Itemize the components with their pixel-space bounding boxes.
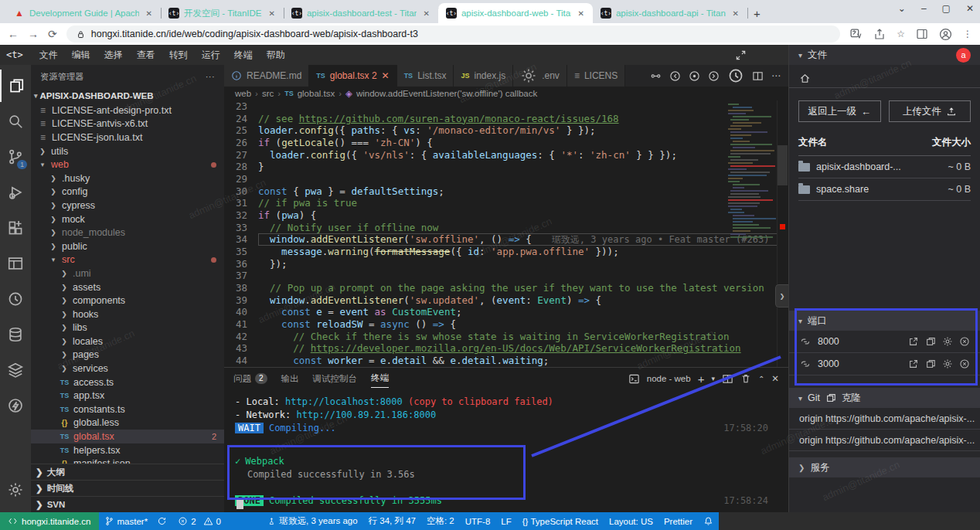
browser-tab[interactable]: ‹t›apisix-dashboard-api - TitanID✕ bbox=[593, 3, 747, 23]
code-line[interactable]: 44 const worker = e.detail && e.detail.w… bbox=[224, 355, 788, 367]
reload-icon[interactable]: ⟳ bbox=[48, 28, 57, 40]
menu-item[interactable]: 查看 bbox=[130, 47, 162, 63]
code-line[interactable]: 40 const e = event as CustomEvent; bbox=[224, 306, 788, 318]
tab-close-icon[interactable]: ✕ bbox=[576, 8, 587, 19]
browser-tab[interactable]: ▲Development Guide | Apache✕ bbox=[6, 3, 161, 23]
tree-folder[interactable]: ❯node_modules bbox=[31, 226, 224, 240]
tree-file[interactable]: TShelpers.tsx bbox=[31, 443, 224, 457]
menu-item[interactable]: 编辑 bbox=[65, 47, 97, 63]
activity-preview[interactable] bbox=[0, 247, 31, 280]
browser-tab[interactable]: ‹t›apisix-dashboard-test - TitanID✕ bbox=[284, 3, 438, 23]
code-line[interactable]: 30const { pwa } = defaultSettings; bbox=[224, 185, 788, 198]
new-tab-button[interactable]: + bbox=[754, 7, 761, 20]
editor-tab[interactable]: .env bbox=[513, 65, 567, 87]
editor-scrollbar[interactable] bbox=[777, 100, 788, 367]
tree-folder[interactable]: ❯.husky bbox=[31, 172, 224, 185]
problems-status[interactable]: 20 bbox=[172, 512, 226, 530]
code-line[interactable]: 35 message.warning(formatMessage({ id: '… bbox=[224, 246, 788, 258]
tab-close-icon[interactable]: ✕ bbox=[267, 8, 277, 19]
fullscreen-icon[interactable] bbox=[735, 49, 747, 61]
go-up-button[interactable]: 返回上一级← bbox=[798, 100, 881, 122]
tree-folder[interactable]: ❯components bbox=[31, 294, 224, 307]
tree-file[interactable]: TSglobal.tsx2 bbox=[31, 430, 224, 443]
browser-tab[interactable]: ‹t›apisix-dashboard-web - TitanI✕ bbox=[438, 3, 593, 23]
back-icon[interactable]: ← bbox=[8, 28, 19, 40]
external-icon[interactable] bbox=[908, 358, 919, 369]
activity-layers[interactable] bbox=[0, 354, 31, 386]
terminal-tab-调试控制台[interactable]: 调试控制台 bbox=[313, 369, 358, 388]
tree-file[interactable]: {}manifest.json bbox=[31, 457, 224, 464]
menu-item[interactable]: 转到 bbox=[162, 47, 195, 63]
menu-item[interactable]: 帮助 bbox=[260, 47, 292, 63]
editor-tab[interactable]: README.md bbox=[224, 65, 309, 87]
minimize-icon[interactable]: – bbox=[921, 3, 927, 14]
close-port-icon[interactable] bbox=[959, 336, 970, 347]
tree-folder[interactable]: ❯.umi bbox=[31, 267, 224, 280]
activity-debug[interactable] bbox=[0, 176, 31, 209]
code-line[interactable]: 27 loader.config({ 'vs/nls': { available… bbox=[224, 149, 788, 161]
gear-icon[interactable] bbox=[942, 358, 953, 369]
translate-icon[interactable] bbox=[849, 28, 863, 41]
tree-folder[interactable]: ❯services bbox=[31, 362, 224, 375]
maximize-icon[interactable]: ▢ bbox=[942, 3, 951, 14]
tree-folder[interactable]: ❯libs bbox=[31, 321, 224, 335]
sidepanel-icon[interactable] bbox=[916, 28, 928, 40]
tree-file[interactable]: TSaccess.ts bbox=[31, 375, 224, 389]
window-controls[interactable]: ⌄ – ▢ ✕ bbox=[898, 3, 974, 14]
terminal-output[interactable]: - Local: http://localhost:8000 (copy to … bbox=[224, 389, 788, 512]
code-line[interactable]: 38 // Pop up a prompt on the page asking… bbox=[224, 282, 788, 294]
external-icon[interactable] bbox=[908, 336, 919, 347]
file-row[interactable]: space.share~ 0 B bbox=[798, 178, 971, 201]
kill-terminal-icon[interactable] bbox=[740, 373, 751, 384]
tab-close-icon[interactable]: ✕ bbox=[144, 8, 155, 19]
encoding-status[interactable]: UTF-8 bbox=[460, 512, 496, 530]
share-icon[interactable] bbox=[873, 28, 886, 40]
tab-close-icon[interactable]: ✕ bbox=[382, 70, 390, 81]
file-row[interactable]: apisix-dashboard-...~ 0 B bbox=[798, 156, 971, 178]
chevron-down-icon[interactable]: ⌄ bbox=[898, 3, 906, 14]
port-row[interactable]: 3000 bbox=[789, 353, 980, 375]
circ-icon[interactable] bbox=[689, 70, 700, 82]
code-editor[interactable]: 2324// see https://github.com/suren-atoy… bbox=[224, 100, 788, 367]
tab-close-icon[interactable]: ✕ bbox=[730, 8, 741, 19]
history-icon[interactable] bbox=[727, 67, 744, 84]
account-badge[interactable]: a bbox=[956, 48, 971, 63]
editor-tab[interactable]: TSList.tsx bbox=[397, 65, 454, 87]
upload-file-button[interactable]: 上传文件 bbox=[889, 100, 971, 122]
activity-database[interactable] bbox=[0, 318, 31, 351]
forward-icon[interactable]: → bbox=[28, 28, 39, 40]
services-panel-header[interactable]: ❯服务 bbox=[789, 457, 980, 477]
shell-name[interactable]: node - web bbox=[647, 374, 691, 383]
bell-icon[interactable] bbox=[698, 512, 719, 530]
code-line[interactable]: 42 // Check if there is sw whose state i… bbox=[224, 331, 788, 343]
tree-folder[interactable]: ❯mock bbox=[31, 212, 224, 226]
editor-tab[interactable]: ≡LICENS bbox=[567, 65, 625, 87]
close-icon[interactable]: ✕ bbox=[966, 3, 974, 14]
git-remote-row[interactable]: origin https://github.com/apache/apisix-… bbox=[789, 408, 980, 430]
tree-file[interactable]: ≡LICENSE-antvis-x6.txt bbox=[31, 117, 224, 131]
minimap[interactable] bbox=[728, 104, 776, 335]
port-row[interactable]: 8000 bbox=[789, 331, 980, 353]
code-line[interactable]: 25loader.config({ paths: { vs: '/monaco-… bbox=[224, 124, 788, 137]
compare-icon[interactable] bbox=[650, 70, 662, 82]
menu-item[interactable]: 选择 bbox=[97, 47, 130, 63]
terminal-tab-问题[interactable]: 问题2 bbox=[233, 369, 267, 388]
tree-folder[interactable]: ❯hooks bbox=[31, 307, 224, 321]
cursor-position[interactable]: 行 34, 列 47 bbox=[363, 512, 421, 530]
copy-icon[interactable] bbox=[925, 336, 936, 347]
formatter-status[interactable]: Prettier bbox=[658, 512, 698, 530]
indent-status[interactable]: 空格: 2 bbox=[421, 512, 460, 530]
eol-status[interactable]: LF bbox=[495, 512, 516, 530]
blame-status[interactable]: 琚致远, 3 years ago bbox=[262, 512, 363, 530]
tree-folder[interactable]: ❯locales bbox=[31, 335, 224, 348]
activity-files[interactable] bbox=[0, 70, 31, 102]
breadcrumb-item[interactable]: src bbox=[262, 89, 274, 98]
code-line[interactable]: 29 bbox=[224, 173, 788, 185]
git-panel-header[interactable]: ▾Git 克隆 bbox=[789, 388, 980, 408]
code-line[interactable]: 28} bbox=[224, 161, 788, 173]
explorer-section-时间线[interactable]: ❯时间线 bbox=[31, 480, 224, 496]
close-panel-icon[interactable]: ✕ bbox=[771, 373, 779, 384]
circL-icon[interactable] bbox=[669, 70, 681, 82]
explorer-section-SVN[interactable]: ❯SVN bbox=[31, 496, 224, 512]
ports-panel-header[interactable]: ▾端口 bbox=[789, 311, 980, 331]
